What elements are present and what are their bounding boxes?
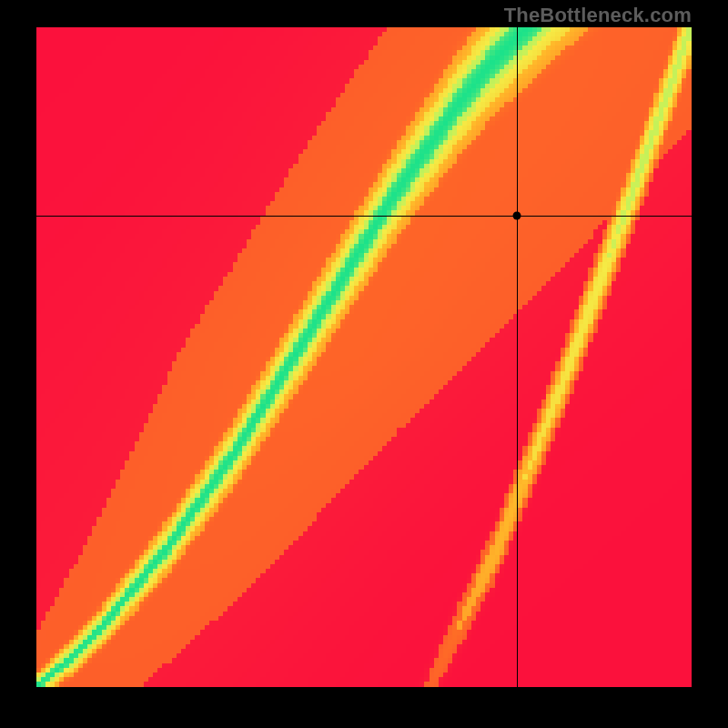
crosshair-vertical [517, 27, 518, 687]
heatmap-canvas [36, 27, 692, 687]
watermark-text: TheBottleneck.com [504, 4, 692, 27]
data-point-marker [513, 211, 521, 219]
chart-container: TheBottleneck.com [0, 0, 728, 728]
crosshair-horizontal [36, 216, 692, 217]
heatmap-plot [36, 27, 692, 687]
